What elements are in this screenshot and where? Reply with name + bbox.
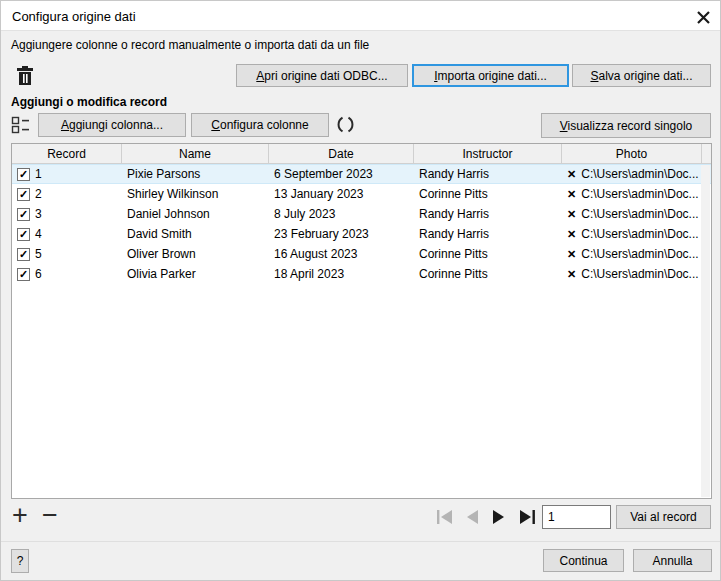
column-header-record[interactable]: Record [12, 144, 122, 164]
photo-cell: ✕C:\Users\admin\Doc... [562, 264, 702, 284]
name-cell: Shirley Wilkinson [122, 184, 269, 204]
column-header-date[interactable]: Date [269, 144, 414, 164]
instructor-cell: Randy Harris [414, 165, 562, 183]
close-icon[interactable] [693, 7, 713, 27]
record-cell: ✓2 [12, 184, 122, 204]
remove-photo-icon[interactable]: ✕ [567, 248, 576, 261]
name-cell: Pixie Parsons [122, 165, 269, 183]
instructor-cell: Corinne Pitts [414, 264, 562, 284]
photo-cell: ✕C:\Users\admin\Doc... [562, 204, 702, 224]
column-header-instructor[interactable]: Instructor [414, 144, 562, 164]
cancel-button[interactable]: Annulla [633, 549, 712, 572]
footer-divider [1, 541, 721, 542]
help-button[interactable]: ? [11, 549, 29, 573]
name-cell: Daniel Johnson [122, 204, 269, 224]
photo-path: C:\Users\admin\Doc... [581, 227, 698, 241]
records-section-heading: Aggiungi o modifica record [11, 95, 167, 109]
continue-button[interactable]: Continua [543, 549, 624, 572]
photo-cell: ✕C:\Users\admin\Doc... [562, 165, 702, 183]
configure-columns-button[interactable]: Configura colonne [191, 113, 329, 137]
continue-label: Continua [559, 554, 607, 568]
view-single-record-button[interactable]: Visualizza record singolo [541, 113, 711, 138]
instructor-cell: Randy Harris [414, 224, 562, 244]
record-number: 2 [35, 187, 42, 201]
remove-photo-icon[interactable]: ✕ [567, 228, 576, 241]
photo-path: C:\Users\admin\Doc... [581, 187, 698, 201]
record-number-input[interactable] [542, 505, 611, 529]
record-checkbox[interactable]: ✓ [17, 228, 30, 241]
view-single-record-label: Visualizza record singolo [560, 119, 693, 133]
record-cell: ✓5 [12, 244, 122, 264]
date-cell: 6 September 2023 [269, 165, 414, 183]
save-label: Salva origine dati... [590, 69, 692, 83]
records-list-icon [11, 115, 31, 135]
titlebar: Configura origine dati [1, 1, 721, 31]
close-x-glyph [696, 10, 711, 25]
configure-data-source-dialog: Configura origine dati Aggiungere colonn… [0, 0, 721, 581]
instructor-cell: Corinne Pitts [414, 184, 562, 204]
open-odbc-data-source-button[interactable]: Apri origine dati ODBC... [236, 64, 408, 87]
add-column-label: Aggiungi colonna... [61, 118, 163, 132]
refresh-icon[interactable] [336, 115, 355, 134]
table-row[interactable]: ✓3Daniel Johnson8 July 2023Randy Harris✕… [12, 204, 711, 224]
name-cell: Oliver Brown [122, 244, 269, 264]
dialog-title: Configura origine dati [12, 9, 136, 24]
import-data-source-button[interactable]: Importa origine dati... [412, 64, 569, 87]
record-cell: ✓1 [12, 165, 122, 183]
record-checkbox[interactable]: ✓ [17, 268, 30, 281]
records-table: Record Name Date Instructor Photo ✓1Pixi… [11, 143, 712, 499]
record-number: 1 [35, 167, 42, 181]
table-row[interactable]: ✓4David Smith23 February 2023Randy Harri… [12, 224, 711, 244]
go-to-record-button[interactable]: Vai al record [616, 505, 711, 529]
record-checkbox[interactable]: ✓ [17, 248, 30, 261]
record-cell: ✓3 [12, 204, 122, 224]
configure-columns-label: Configura colonne [211, 118, 308, 132]
date-cell: 23 February 2023 [269, 224, 414, 244]
table-row[interactable]: ✓1Pixie Parsons6 September 2023Randy Har… [12, 164, 711, 184]
column-header-stub [702, 144, 711, 164]
add-column-button[interactable]: Aggiungi colonna... [38, 113, 186, 137]
column-header-name[interactable]: Name [122, 144, 269, 164]
nav-next-record-icon[interactable] [489, 507, 509, 527]
date-cell: 18 April 2023 [269, 264, 414, 284]
date-cell: 13 January 2023 [269, 184, 414, 204]
photo-path: C:\Users\admin\Doc... [581, 267, 698, 281]
remove-photo-icon[interactable]: ✕ [567, 188, 576, 201]
trash-icon [15, 65, 35, 87]
remove-photo-icon[interactable]: ✕ [567, 208, 576, 221]
add-record-icon[interactable]: + [12, 502, 28, 528]
photo-cell: ✕C:\Users\admin\Doc... [562, 184, 702, 204]
instructor-cell: Corinne Pitts [414, 244, 562, 264]
photo-cell: ✕C:\Users\admin\Doc... [562, 224, 702, 244]
photo-path: C:\Users\admin\Doc... [581, 207, 698, 221]
table-header: Record Name Date Instructor Photo [12, 144, 711, 164]
date-cell: 8 July 2023 [269, 204, 414, 224]
nav-first-record-icon[interactable] [435, 507, 455, 527]
photo-path: C:\Users\admin\Doc... [581, 167, 698, 181]
table-row[interactable]: ✓2Shirley Wilkinson13 January 2023Corinn… [12, 184, 711, 204]
remove-record-icon[interactable]: − [42, 502, 58, 528]
table-body: ✓1Pixie Parsons6 September 2023Randy Har… [12, 164, 711, 284]
record-checkbox[interactable]: ✓ [17, 168, 30, 181]
nav-previous-record-icon[interactable] [462, 507, 482, 527]
open-odbc-label: Apri origine dati ODBC... [256, 69, 387, 83]
record-number: 6 [35, 267, 42, 281]
nav-last-record-icon[interactable] [517, 507, 537, 527]
record-number: 3 [35, 207, 42, 221]
table-row[interactable]: ✓6Olivia Parker18 April 2023Corinne Pitt… [12, 264, 711, 284]
record-cell: ✓4 [12, 224, 122, 244]
date-cell: 16 August 2023 [269, 244, 414, 264]
record-number: 4 [35, 227, 42, 241]
save-data-source-button[interactable]: Salva origine dati... [572, 64, 711, 87]
record-checkbox[interactable]: ✓ [17, 208, 30, 221]
record-cell: ✓6 [12, 264, 122, 284]
delete-data-source-icon[interactable] [15, 65, 35, 87]
table-row[interactable]: ✓5Oliver Brown16 August 2023Corinne Pitt… [12, 244, 711, 264]
remove-photo-icon[interactable]: ✕ [567, 168, 576, 181]
go-to-record-label: Vai al record [630, 510, 696, 524]
vertical-scrollbar[interactable] [701, 165, 710, 497]
record-checkbox[interactable]: ✓ [17, 188, 30, 201]
column-header-photo[interactable]: Photo [562, 144, 702, 164]
remove-photo-icon[interactable]: ✕ [567, 268, 576, 281]
help-label: ? [17, 554, 24, 568]
